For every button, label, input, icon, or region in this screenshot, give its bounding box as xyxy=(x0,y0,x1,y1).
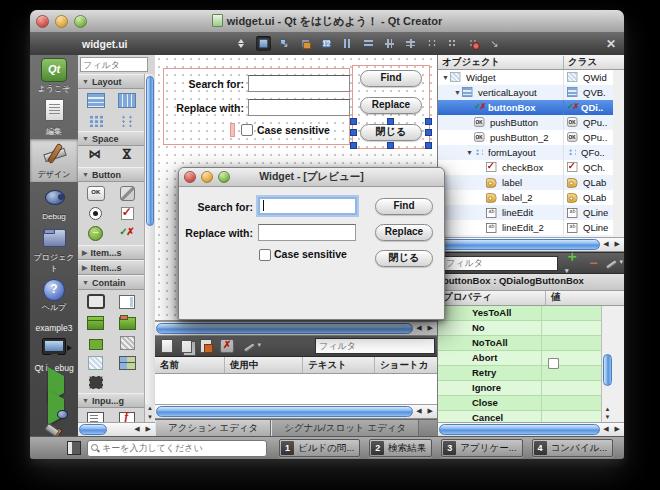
paste-action-icon[interactable] xyxy=(200,339,212,353)
action-table-body[interactable] xyxy=(155,374,437,404)
sidebar-mode-help[interactable]: ?ヘルプ xyxy=(30,276,78,315)
search-line-edit[interactable] xyxy=(248,75,350,92)
widgetbox-vertical-scrollbar[interactable]: ▲▼ xyxy=(144,74,155,424)
preview-replace-input[interactable] xyxy=(258,224,356,241)
tab-signal-slot-editor[interactable]: シグナル/スロット エディタ xyxy=(271,420,419,437)
adjust-size-icon[interactable]: ↘ xyxy=(487,36,502,51)
widgetbox-category-header[interactable]: ▼Contain xyxy=(78,275,145,290)
groupbox-icon[interactable] xyxy=(87,294,105,309)
delete-action-icon[interactable] xyxy=(220,339,234,353)
property-hscrollbar[interactable]: ◀ ▶ xyxy=(438,422,624,437)
property-filter-input[interactable] xyxy=(442,256,558,271)
scrollbar-thumb[interactable] xyxy=(439,424,600,435)
form-layout-outline[interactable]: Search for: Replace with: Case sensitive xyxy=(163,68,350,145)
sidebar-mode-debug[interactable]: Debug xyxy=(30,182,78,223)
file-selector[interactable]: widget.ui xyxy=(82,38,244,50)
configure-property-icon[interactable] xyxy=(604,256,620,270)
layout-vertical-splitter-icon[interactable] xyxy=(403,36,418,51)
property-row-Cancel[interactable]: Cancel xyxy=(438,411,613,422)
edit-tab-order-icon[interactable]: 12 xyxy=(319,36,334,51)
copy-action-icon[interactable] xyxy=(181,340,192,353)
preview-case-checkbox[interactable] xyxy=(259,249,271,261)
button-layout-outline[interactable]: Find Replace 閉じる xyxy=(352,65,430,149)
sidebar-mode-edit[interactable]: 編集 xyxy=(30,96,78,139)
scrollbar-thumb[interactable] xyxy=(79,424,107,435)
object-row-formLayout[interactable]: ▼formLayoutQFo.. xyxy=(438,145,613,160)
sidebar-mode-projects[interactable]: プロジェクト xyxy=(30,223,78,276)
object-row-buttonBox[interactable]: buttonBoxQDi.. xyxy=(438,100,613,115)
layout-form-icon[interactable] xyxy=(424,36,439,51)
edit-buddies-icon[interactable] xyxy=(298,36,313,51)
formlayout-icon[interactable] xyxy=(119,114,135,127)
new-action-icon[interactable] xyxy=(161,339,173,353)
scrollbar-thumb[interactable] xyxy=(439,239,600,250)
scrollbar-arrows-icon[interactable]: ▲▼ xyxy=(145,404,155,424)
scrollbar-arrows-icon[interactable]: ◀ ▶ xyxy=(416,322,435,335)
edit-widgets-icon[interactable] xyxy=(256,36,271,51)
layout-horizontal-splitter-icon[interactable] xyxy=(382,36,397,51)
edit-signals-slots-icon[interactable]: ↘ xyxy=(277,36,292,51)
widget-icon[interactable] xyxy=(88,356,103,370)
widgetbox-category-header[interactable]: ▼Button xyxy=(78,167,145,182)
object-row-checkBox[interactable]: checkBoxQCh. xyxy=(438,160,613,175)
scrollbar-arrows-icon[interactable]: ◀ ▶ xyxy=(134,423,153,436)
object-row-lineEdit[interactable]: lineEditQLine xyxy=(438,205,613,220)
locator-input[interactable] xyxy=(100,442,266,454)
replace-line-edit[interactable] xyxy=(248,99,350,116)
preview-close-dialog-button[interactable]: 閉じる xyxy=(375,250,433,267)
run-debug-button[interactable] xyxy=(30,396,78,419)
scrollbar-arrows-icon[interactable]: ◀ ▶ xyxy=(603,238,622,251)
sidebar-toggle-icon[interactable] xyxy=(67,441,81,455)
preview-search-input[interactable] xyxy=(258,197,357,215)
hlayout-icon[interactable] xyxy=(118,93,136,108)
replace-button[interactable]: Replace xyxy=(360,97,422,114)
mdiarea-icon[interactable] xyxy=(119,356,136,370)
preview-find-button[interactable]: Find xyxy=(375,198,433,215)
window-titlebar[interactable]: widget.ui - Qt をはじめよう！ - Qt Creator xyxy=(30,10,624,33)
output-pane-button-1[interactable]: 1ビルドの問... xyxy=(279,439,360,457)
stacked-icon[interactable] xyxy=(89,339,103,350)
buttonbox-icon[interactable] xyxy=(119,227,135,240)
break-layout-icon[interactable] xyxy=(466,36,481,51)
checkbox-icon[interactable] xyxy=(121,207,134,220)
remove-dynamic-property-icon[interactable]: − xyxy=(589,258,597,268)
object-row-lineEdit_2[interactable]: lineEdit_2QLine xyxy=(438,220,613,235)
find-button[interactable]: Find xyxy=(360,70,422,87)
widgetbox-filter-input[interactable] xyxy=(80,57,148,72)
commandlink-icon[interactable] xyxy=(88,226,103,241)
dockwidget-icon[interactable] xyxy=(89,376,103,389)
frame-icon[interactable] xyxy=(120,336,135,350)
preview-replace-button[interactable]: Replace xyxy=(375,224,433,241)
scrollbar-arrows-icon[interactable]: ▲▼ xyxy=(602,405,613,421)
scrollarea-icon[interactable] xyxy=(119,295,135,309)
gridlayout-icon[interactable] xyxy=(88,114,104,127)
object-row-label[interactable]: labelQLab xyxy=(438,175,613,190)
object-inspector-hscrollbar[interactable]: ◀ ▶ xyxy=(438,237,624,252)
output-pane-button-3[interactable]: 3アプリケー... xyxy=(441,439,522,457)
toolbutton-icon[interactable] xyxy=(120,186,135,201)
preview-window[interactable]: Widget - [プレビュー] Search for: Find Replac… xyxy=(178,167,445,320)
widgetbox-category-header[interactable]: ▼Layout xyxy=(78,74,145,89)
preview-titlebar[interactable]: Widget - [プレビュー] xyxy=(179,168,444,187)
widgetbox-category-header[interactable]: ▶Item...s xyxy=(78,245,145,260)
configure-action-icon[interactable] xyxy=(242,339,258,353)
widgetbox-category-header[interactable]: ▼Inpu...g xyxy=(78,393,145,408)
sidebar-mode-welcome[interactable]: Qtようこそ xyxy=(30,55,78,96)
property-vertical-scrollbar[interactable]: ▲▼ xyxy=(601,306,613,422)
scrollbar-thumb[interactable] xyxy=(156,406,413,417)
close-button-selected[interactable]: 閉じる xyxy=(360,124,422,141)
widgetbox-category-header[interactable]: ▶Item...s xyxy=(78,260,145,275)
object-row-label_2[interactable]: label_2QLab xyxy=(438,190,613,205)
object-row-pushButton_2[interactable]: pushButton_2QPu.. xyxy=(438,130,613,145)
action-editor-hscrollbar[interactable]: ◀ ▶ xyxy=(155,404,437,419)
tabwidget-icon[interactable] xyxy=(119,317,136,330)
hspacer-icon[interactable] xyxy=(88,150,104,163)
pushbutton-icon[interactable] xyxy=(87,186,105,201)
case-sensitive-checkbox[interactable] xyxy=(241,124,253,136)
scrollbar-thumb[interactable] xyxy=(146,76,154,226)
scrollbar-thumb[interactable] xyxy=(156,323,413,334)
close-editor-icon[interactable]: ✕ xyxy=(606,37,616,51)
output-pane-button-2[interactable]: 2検索結果 xyxy=(369,439,432,457)
value-checkbox[interactable] xyxy=(548,358,559,369)
layout-vertical-icon[interactable] xyxy=(361,36,376,51)
